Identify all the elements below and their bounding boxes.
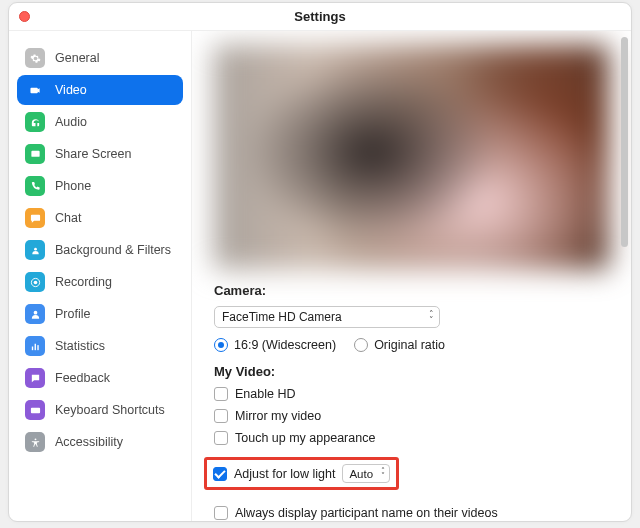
aspect-ratio-group: 16:9 (Widescreen) Original ratio	[214, 338, 609, 352]
sidebar-item-label: Profile	[55, 307, 90, 321]
svg-point-4	[33, 310, 37, 314]
video-settings-panel: Camera: FaceTime HD Camera ˄˅ 16:9 (Wide…	[192, 31, 631, 521]
sidebar-item-label: Statistics	[55, 339, 105, 353]
svg-rect-11	[32, 409, 33, 410]
enable-hd-checkbox[interactable]: Enable HD	[214, 387, 609, 401]
stats-icon	[25, 336, 45, 356]
lowlight-mode-select[interactable]: Auto ˄˅	[342, 464, 390, 483]
svg-rect-7	[37, 345, 38, 350]
camera-select[interactable]: FaceTime HD Camera ˄˅	[214, 306, 440, 328]
svg-rect-15	[33, 410, 38, 411]
radio-dot-icon	[214, 338, 228, 352]
chevron-updown-icon: ˄˅	[381, 468, 385, 478]
scrollbar[interactable]	[621, 33, 629, 513]
titlebar: Settings	[9, 3, 631, 31]
sidebar-item-phone[interactable]: Phone	[17, 171, 183, 201]
aspect-wide-radio[interactable]: 16:9 (Widescreen)	[214, 338, 336, 352]
sidebar-item-chat[interactable]: Chat	[17, 203, 183, 233]
sidebar-item-rec[interactable]: Recording	[17, 267, 183, 297]
sidebar-item-access[interactable]: Accessibility	[17, 427, 183, 457]
sidebar-item-keys[interactable]: Keyboard Shortcuts	[17, 395, 183, 425]
svg-point-8	[33, 376, 34, 377]
profile-icon	[25, 304, 45, 324]
sidebar-item-feedback[interactable]: Feedback	[17, 363, 183, 393]
svg-rect-5	[31, 346, 32, 350]
checkbox-icon	[213, 467, 227, 481]
chevron-updown-icon: ˄˅	[429, 311, 434, 323]
touchup-label: Touch up my appearance	[235, 431, 375, 445]
always-name-checkbox[interactable]: Always display participant name on their…	[214, 506, 609, 520]
sidebar-item-label: Feedback	[55, 371, 110, 385]
sidebar-item-label: Video	[55, 83, 87, 97]
camera-select-value: FaceTime HD Camera	[222, 310, 342, 324]
sidebar-item-audio[interactable]: Audio	[17, 107, 183, 137]
always-name-label: Always display participant name on their…	[235, 506, 498, 520]
phone-icon	[25, 176, 45, 196]
gear-icon	[25, 48, 45, 68]
sidebar-item-label: Accessibility	[55, 435, 123, 449]
svg-rect-13	[35, 409, 36, 410]
background-icon	[25, 240, 45, 260]
enable-hd-label: Enable HD	[235, 387, 295, 401]
lowlight-highlight: Adjust for low light Auto ˄˅	[204, 457, 399, 490]
checkbox-icon	[214, 409, 228, 423]
close-window-button[interactable]	[19, 11, 30, 22]
aspect-original-radio[interactable]: Original ratio	[354, 338, 445, 352]
aspect-original-label: Original ratio	[374, 338, 445, 352]
window-controls	[19, 11, 30, 22]
mirror-video-checkbox[interactable]: Mirror my video	[214, 409, 609, 423]
checkbox-icon	[214, 387, 228, 401]
radio-dot-icon	[354, 338, 368, 352]
svg-rect-6	[34, 343, 35, 349]
sidebar-item-label: Chat	[55, 211, 81, 225]
video-icon	[25, 80, 45, 100]
svg-rect-10	[30, 407, 39, 413]
share-icon	[25, 144, 45, 164]
myvideo-options: Enable HD Mirror my video Touch up my ap…	[214, 387, 609, 520]
sidebar-item-stats[interactable]: Statistics	[17, 331, 183, 361]
settings-sidebar: GeneralVideoAudioShare ScreenPhoneChatBa…	[9, 31, 192, 521]
window-title: Settings	[294, 9, 345, 24]
feedback-icon	[25, 368, 45, 388]
touchup-checkbox[interactable]: Touch up my appearance	[214, 431, 609, 445]
sidebar-item-label: Keyboard Shortcuts	[55, 403, 165, 417]
aspect-wide-label: 16:9 (Widescreen)	[234, 338, 336, 352]
sidebar-item-label: General	[55, 51, 99, 65]
camera-section-label: Camera:	[214, 283, 609, 298]
checkbox-icon	[214, 506, 228, 520]
sidebar-item-label: Recording	[55, 275, 112, 289]
lowlight-mode-value: Auto	[349, 468, 373, 480]
accessibility-icon	[25, 432, 45, 452]
sidebar-item-label: Audio	[55, 115, 87, 129]
svg-point-16	[34, 438, 36, 440]
sidebar-item-label: Phone	[55, 179, 91, 193]
svg-rect-12	[34, 409, 35, 410]
sidebar-item-bgf[interactable]: Background & Filters	[17, 235, 183, 265]
sidebar-item-general[interactable]: General	[17, 43, 183, 73]
settings-window: Settings GeneralVideoAudioShare ScreenPh…	[8, 2, 632, 522]
svg-point-3	[33, 280, 37, 284]
headphones-icon	[25, 112, 45, 132]
keyboard-icon	[25, 400, 45, 420]
svg-point-1	[34, 247, 37, 250]
chat-icon	[25, 208, 45, 228]
sidebar-item-video[interactable]: Video	[17, 75, 183, 105]
sidebar-item-label: Share Screen	[55, 147, 131, 161]
svg-rect-14	[37, 409, 38, 410]
record-icon	[25, 272, 45, 292]
myvideo-section-label: My Video:	[214, 364, 609, 379]
sidebar-item-profile[interactable]: Profile	[17, 299, 183, 329]
lowlight-checkbox[interactable]: Adjust for low light Auto ˄˅	[213, 464, 390, 483]
lowlight-label: Adjust for low light	[234, 467, 335, 481]
camera-preview	[214, 45, 609, 269]
window-body: GeneralVideoAudioShare ScreenPhoneChatBa…	[9, 31, 631, 521]
svg-point-9	[36, 376, 37, 377]
scroll-thumb[interactable]	[621, 37, 628, 247]
checkbox-icon	[214, 431, 228, 445]
mirror-video-label: Mirror my video	[235, 409, 321, 423]
sidebar-item-share[interactable]: Share Screen	[17, 139, 183, 169]
sidebar-item-label: Background & Filters	[55, 243, 171, 257]
